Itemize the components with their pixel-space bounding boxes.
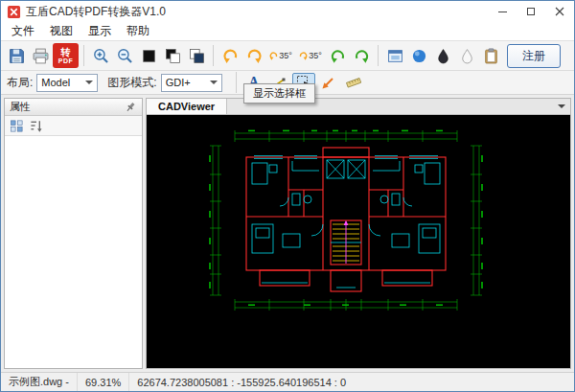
green-circular-arrow-ccw-icon — [330, 48, 346, 64]
small-arrow-cw-icon — [299, 52, 308, 60]
properties-list[interactable] — [5, 136, 142, 368]
tab-list-dropdown-button[interactable] — [553, 99, 570, 114]
title-bar: 互盾CAD转PDF转换器V1.0 — [1, 1, 574, 22]
rotate-right-button[interactable] — [242, 43, 265, 68]
window-controls — [488, 1, 574, 22]
rotate-35-cw-button[interactable]: 35° — [296, 43, 325, 68]
blue-sphere-icon — [411, 48, 427, 64]
ruler-icon — [346, 75, 361, 90]
categorize-button[interactable] — [8, 118, 26, 134]
properties-panel-title: 属性 — [10, 100, 31, 114]
pin-icon[interactable] — [124, 101, 137, 114]
print-icon — [33, 48, 49, 64]
zoom-out-button[interactable] — [113, 43, 136, 68]
status-filename: 示例图.dwg - — [1, 373, 78, 391]
green-circular-arrow-cw-icon — [354, 48, 370, 64]
status-bar: 示例图.dwg - 69.31% 62674.7238005081 : -155… — [1, 372, 574, 391]
status-coordinates: 62674.7238005081 : -155925.640196514 : 0 — [129, 373, 354, 391]
maximize-button[interactable] — [517, 1, 545, 22]
graphics-mode-select[interactable]: GDI+ — [161, 74, 222, 92]
swap-black-white-button[interactable] — [161, 43, 184, 68]
graphics-mode-label: 图形模式: — [107, 75, 156, 91]
cad-viewport[interactable] — [147, 115, 570, 368]
chevron-down-icon — [85, 81, 93, 88]
orange-arrow-ccw-icon — [222, 48, 239, 64]
black-square-icon — [141, 48, 157, 64]
sort-az-icon — [30, 119, 44, 133]
light-fill-button[interactable] — [455, 43, 478, 68]
toolbar-separator — [378, 45, 379, 66]
sort-alphabetical-button[interactable] — [28, 118, 46, 134]
orange-arrow-cw-icon — [246, 48, 263, 64]
white-blue-squares-icon — [189, 48, 205, 64]
fit-window-button[interactable] — [383, 43, 406, 68]
viewer-pane: CADViewer — [146, 98, 571, 369]
small-arrow-ccw-icon — [269, 52, 278, 60]
print-button[interactable] — [29, 43, 52, 68]
rotate-35-ccw-button[interactable]: 35° — [266, 43, 295, 68]
graphics-mode-select-value: GDI+ — [166, 77, 206, 88]
convert-to-pdf-button[interactable]: 转 PDF — [53, 43, 79, 68]
zoom-out-icon — [117, 48, 133, 64]
refresh-cw-button[interactable] — [350, 43, 373, 68]
window-title: 互盾CAD转PDF转换器V1.0 — [26, 4, 166, 20]
layout-label: 布局: — [7, 75, 33, 91]
toolbar-separator — [236, 72, 237, 93]
dark-drop-icon — [435, 48, 451, 64]
swap-white-blue-button[interactable] — [185, 43, 208, 68]
light-drop-icon — [459, 48, 475, 64]
menu-help[interactable]: 帮助 — [119, 21, 157, 41]
tooltip: 显示选择框 — [243, 83, 315, 104]
main-toolbar: 转 PDF — [1, 41, 574, 71]
menu-file[interactable]: 文件 — [4, 21, 42, 41]
menu-display[interactable]: 显示 — [80, 21, 119, 41]
content-area: 属性 — [1, 95, 574, 372]
ruler-tool-button[interactable] — [342, 73, 365, 93]
render-quality-button[interactable] — [407, 43, 430, 68]
menu-bar: 文件 视图 显示 帮助 — [1, 22, 574, 41]
tab-cadviewer[interactable]: CADViewer — [147, 99, 227, 114]
black-background-button[interactable] — [137, 43, 160, 68]
layout-select-value: Model — [41, 77, 81, 88]
rotate-left-button[interactable] — [218, 43, 242, 68]
orange-diagonal-arrow-icon — [321, 75, 336, 90]
viewer-tab-bar: CADViewer — [147, 99, 570, 115]
layout-select[interactable]: Model — [36, 74, 98, 92]
toolbar-separator — [83, 45, 84, 66]
status-zoom-level: 69.31% — [78, 373, 129, 391]
measure-arrow-button[interactable] — [317, 73, 340, 93]
menu-view[interactable]: 视图 — [42, 21, 80, 41]
maximize-icon — [527, 8, 535, 15]
dark-fill-button[interactable] — [431, 43, 454, 68]
properties-panel-header: 属性 — [5, 99, 142, 116]
minimize-button[interactable] — [488, 1, 517, 22]
save-button[interactable] — [5, 43, 28, 68]
refresh-ccw-button[interactable] — [326, 43, 349, 68]
app-logo-icon — [7, 5, 21, 19]
black-white-squares-icon — [165, 48, 181, 64]
register-button[interactable]: 注册 — [507, 44, 561, 68]
close-button[interactable] — [545, 1, 574, 22]
copy-to-clipboard-button[interactable] — [479, 43, 502, 68]
minimize-icon — [498, 12, 507, 12]
properties-toolbar — [5, 116, 142, 136]
save-icon — [9, 48, 25, 64]
app-window: 互盾CAD转PDF转换器V1.0 文件 视图 显示 帮助 — [0, 0, 575, 392]
clipboard-icon — [483, 48, 499, 64]
zoom-in-button[interactable] — [89, 43, 112, 68]
chevron-down-icon — [210, 81, 218, 88]
close-icon — [555, 7, 564, 16]
toolbar-separator — [213, 45, 214, 66]
chevron-down-icon — [558, 104, 565, 112]
floor-plan-drawing — [208, 128, 484, 312]
zoom-in-icon — [93, 48, 109, 64]
window-panel-icon — [387, 48, 403, 64]
properties-panel: 属性 — [4, 98, 143, 369]
categorized-view-icon — [10, 119, 24, 133]
